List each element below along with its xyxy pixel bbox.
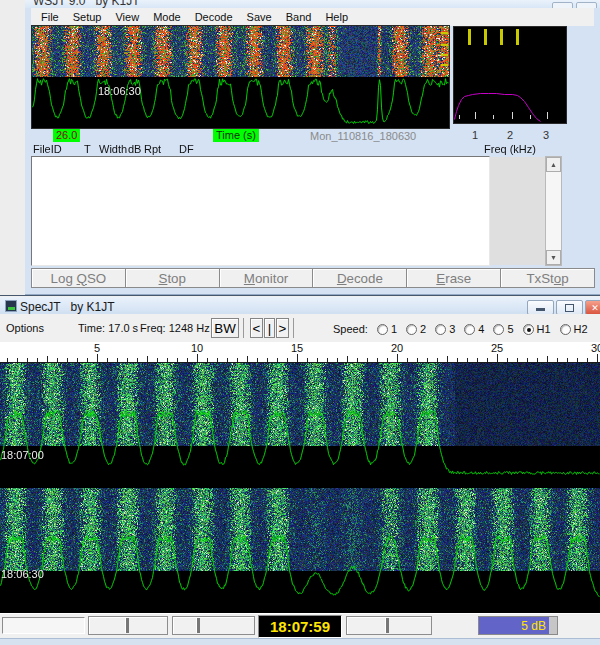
slider-thumb[interactable]: [125, 618, 129, 633]
trace-timestamp: 18:06:30: [98, 85, 141, 97]
spectrogram-strip-2[interactable]: [0, 488, 600, 613]
status-panel: [2, 617, 85, 634]
freq-tick-1: 1: [472, 129, 478, 141]
col-width: Width: [99, 143, 127, 155]
menu-setup[interactable]: Setup: [66, 9, 109, 25]
cursor-time-readout: Time: 17.0 s: [78, 322, 138, 334]
specjt-window-title: SpecJT by K1JT: [20, 300, 114, 314]
gain-slider-1[interactable]: [88, 616, 168, 635]
wav-file-name: Mon_110816_180630: [310, 130, 416, 142]
ruler-30: 30: [591, 342, 600, 354]
erase-button[interactable]: Erase: [406, 268, 501, 288]
menu-mode[interactable]: Mode: [146, 9, 188, 25]
radio-icon-checked: [523, 324, 534, 335]
speed-radio-h2[interactable]: H2: [560, 323, 588, 335]
menu-decode[interactable]: Decode: [188, 9, 240, 25]
spectrogram-strip-1[interactable]: [0, 363, 600, 488]
col-df: DF: [179, 143, 194, 155]
wsjt-waterfall-frame: 18:06:30: [31, 25, 450, 129]
bandpass-curve-display: [454, 27, 566, 123]
monitor-button[interactable]: Monitor: [219, 268, 314, 288]
ruler-5: 5: [94, 342, 100, 354]
speed-label: Speed:: [333, 323, 368, 335]
nav-next-button[interactable]: >: [276, 318, 289, 338]
maximize-icon: [565, 304, 574, 312]
radio-icon: [464, 324, 475, 335]
decode-button[interactable]: Decode: [312, 268, 407, 288]
separator: [293, 318, 294, 338]
radio-icon: [377, 324, 388, 335]
freq-tick-3: 3: [543, 129, 549, 141]
wsjt-titlebar[interactable]: WSJT 9.0 by K1JT: [25, 0, 600, 8]
specjt-minimize-button[interactable]: [527, 300, 554, 315]
speed-radio-3[interactable]: 3: [435, 323, 455, 335]
slider-thumb[interactable]: [196, 618, 200, 633]
col-db: dB: [128, 143, 141, 155]
wsjt-waterfall-spectrogram[interactable]: [32, 26, 449, 128]
radio-icon: [406, 324, 417, 335]
separator: [243, 318, 244, 338]
menu-view[interactable]: View: [108, 9, 146, 25]
specjt-maximize-button[interactable]: [556, 300, 583, 315]
gain-slider-3[interactable]: [346, 616, 432, 635]
decoded-text-list[interactable]: [31, 156, 490, 266]
time-axis-label: Time (s): [213, 129, 259, 142]
cursor-freq-readout: Freq: 1248 Hz: [140, 322, 210, 334]
strip2-timestamp: 18:06:30: [1, 568, 44, 580]
specjt-controls-row: Options Time: 17.0 s Freq: 1248 Hz BW < …: [0, 314, 600, 342]
stop-button[interactable]: Stop: [125, 268, 220, 288]
freq-axis-label: Freq (kHz): [484, 143, 536, 155]
speed-radio-5[interactable]: 5: [493, 323, 513, 335]
specjt-statusbar: 18:07:59 5 dB: [0, 613, 600, 638]
ruler-25: 25: [491, 342, 503, 354]
menu-band[interactable]: Band: [279, 9, 319, 25]
menu-help[interactable]: Help: [318, 9, 355, 25]
specjt-titlebar[interactable]: SpecJT by K1JT ✕: [0, 297, 600, 314]
slider-thumb[interactable]: [385, 618, 389, 633]
ruler-ticks: [0, 354, 600, 362]
specjt-bottom-frame: [0, 638, 600, 645]
radio-icon: [435, 324, 446, 335]
specjt-close-button[interactable]: ✕: [585, 300, 600, 315]
db-meter: 5 dB: [478, 616, 558, 635]
strip1-timestamp: 18:07:00: [1, 449, 44, 461]
minimize-icon: [536, 308, 545, 311]
bw-button[interactable]: BW: [211, 318, 239, 338]
speed-radio-group: Speed: 1 2 3 4 5 H1 H2: [333, 319, 588, 339]
ruler-15: 15: [291, 342, 303, 354]
ruler-10: 10: [191, 342, 203, 354]
options-menu[interactable]: Options: [6, 322, 44, 334]
wsjt-freq-panel: [453, 26, 567, 124]
nav-pause-button[interactable]: |: [264, 318, 275, 338]
scroll-down-icon[interactable]: ▼: [546, 250, 561, 265]
menu-save[interactable]: Save: [240, 9, 279, 25]
log-qso-button[interactable]: Log QSO: [31, 268, 126, 288]
txstop-button[interactable]: TxStop: [500, 268, 595, 288]
list-scrollbar[interactable]: ▲ ▼: [545, 156, 562, 266]
time-ruler: 5 10 15 20 25 30: [0, 342, 600, 363]
speed-radio-4[interactable]: 4: [464, 323, 484, 335]
col-fileid: FileID: [33, 143, 62, 155]
wsjt-button-row: Log QSO Stop Monitor Decode Erase TxStop: [31, 268, 594, 288]
speed-radio-1[interactable]: 1: [377, 323, 397, 335]
specjt-app-icon: [5, 300, 17, 312]
specjt-window: SpecJT by K1JT ✕ Options Time: 17.0 s Fr…: [0, 295, 600, 645]
scroll-up-icon[interactable]: ▲: [546, 157, 561, 172]
db-meter-fill: 5 dB: [479, 617, 549, 634]
radio-icon: [560, 324, 571, 335]
radio-icon: [493, 324, 504, 335]
gain-slider-2[interactable]: [172, 616, 255, 635]
desktop: WSJT 9.0 by K1JT File Setup View Mode De…: [0, 0, 600, 645]
side-panel: [490, 157, 545, 265]
utc-clock: 18:07:59: [258, 615, 342, 638]
nav-prev-button[interactable]: <: [250, 318, 263, 338]
speed-radio-h1[interactable]: H1: [523, 323, 551, 335]
menu-file[interactable]: File: [34, 9, 66, 25]
wsjt-window-title: WSJT 9.0 by K1JT: [33, 0, 139, 8]
freq-tick-2: 2: [507, 129, 513, 141]
rx-noise-indicator: 26.0: [53, 129, 80, 142]
ruler-20: 20: [391, 342, 403, 354]
speed-radio-2[interactable]: 2: [406, 323, 426, 335]
col-rpt: Rpt: [144, 143, 161, 155]
col-t: T: [84, 143, 91, 155]
